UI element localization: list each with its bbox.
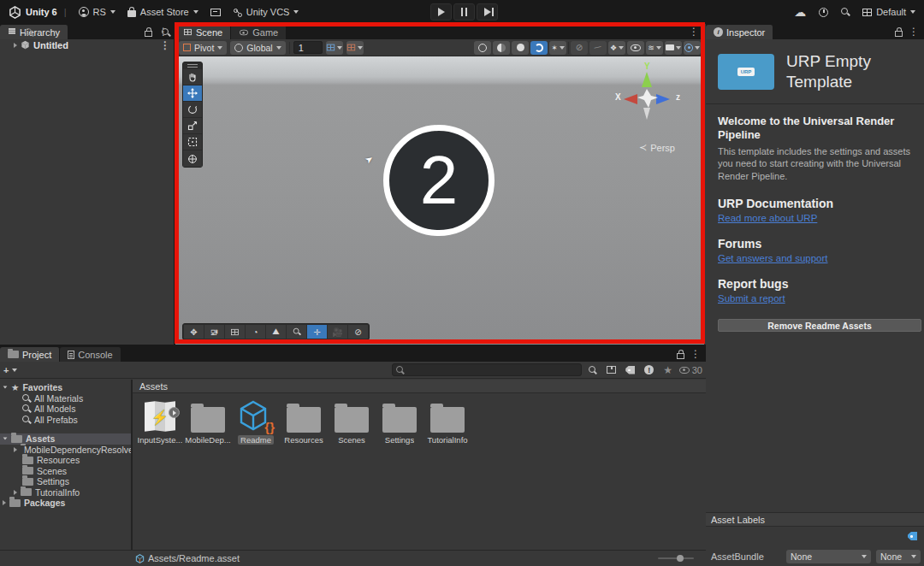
mountain-icon[interactable]: ⛰ [266,325,286,339]
expand-arrow-icon[interactable] [14,43,17,48]
expand-arrow-icon[interactable] [3,386,8,389]
search-by-type-icon[interactable] [162,28,170,37]
expand-arrow-icon[interactable] [3,500,6,505]
chevron-down-icon[interactable] [12,368,17,372]
audio-toggle-button[interactable] [530,41,548,55]
create-asset-button[interactable]: + [3,365,9,375]
tree-settings[interactable]: Settings [0,476,131,487]
move-icon[interactable]: ✥ [184,325,204,339]
rotate-tool-button[interactable] [183,102,202,118]
expand-arrow-icon[interactable] [14,447,17,452]
tree-packages-root[interactable]: Packages [0,498,131,509]
tab-inspector[interactable]: i Inspector [706,25,773,39]
pivot-dropdown[interactable]: Pivot [179,41,227,55]
cloud-icon[interactable]: ☁ [794,5,806,19]
hidden-count-toggle[interactable]: 30 [679,365,702,375]
kebab-menu-icon[interactable]: ⋮ [909,26,919,38]
lock-icon[interactable] [677,353,684,359]
tree-all-materials[interactable]: All Materials [0,393,131,404]
rect-tool-button[interactable] [183,134,202,150]
asset-settings-folder[interactable]: Settings [376,400,424,445]
grid-icon[interactable] [225,325,245,339]
lock-icon[interactable] [895,31,903,37]
unity-vcs-dropdown[interactable]: Unity VCS [233,7,299,17]
archive-button[interactable] [210,9,221,16]
overlay-drag-handle[interactable] [183,62,202,69]
slider-knob[interactable] [677,555,684,562]
remove-readme-assets-button[interactable]: Remove Readme Assets [718,319,921,332]
scale-tool-button[interactable] [183,118,202,134]
asset-inputsystem[interactable]: ⚡ InputSyste... [136,400,184,445]
asset-mobiledep-folder[interactable]: MobileDep... [184,400,232,445]
tree-mobiledependencyresolver[interactable]: MobileDependencyResolver [0,445,131,456]
asset-labels-header[interactable]: Asset Labels [706,512,924,527]
asset-scenes-folder[interactable]: Scenes [328,400,376,445]
tree-all-models[interactable]: All Models [0,404,131,415]
asset-readme-selected[interactable]: {} Readme [232,400,280,445]
account-dropdown[interactable]: RS [79,7,116,17]
kebab-menu-icon[interactable]: ⋮ [160,39,170,51]
lighting-toggle-button[interactable] [512,41,529,55]
effects-dropdown[interactable]: ✶ [549,41,566,55]
display-icon[interactable]: 🖳 [204,325,224,339]
package-icon[interactable] [604,366,619,374]
doc-link[interactable]: Read more about URP [718,213,817,223]
projection-label[interactable]: ≺ Persp [639,142,675,153]
grid-visibility-toggle[interactable]: ∕ [589,41,607,55]
tree-scenes[interactable]: Scenes [0,466,131,477]
2d-toggle-button[interactable] [493,41,510,55]
search-icon[interactable] [841,8,850,16]
search-in-folder-icon[interactable] [585,366,601,374]
move-tool-button[interactable] [183,85,202,102]
tree-tutorialinfo[interactable]: TutorialInfo [0,487,131,498]
warning-icon[interactable]: ! [642,365,657,374]
hand-tool-button[interactable] [183,69,202,85]
expand-arrow-icon[interactable] [3,438,8,440]
orientation-dropdown[interactable]: Global [230,41,285,55]
camera-icon[interactable]: 🎥 [328,325,347,339]
tree-resources[interactable]: Resources [0,455,131,466]
tree-favorites[interactable]: ★ Favorites [0,382,131,393]
asset-store-dropdown[interactable]: Asset Store [127,7,198,17]
camera-dropdown[interactable] [665,41,682,55]
play-button[interactable] [430,3,452,21]
tag-icon[interactable] [623,366,638,374]
pause-button[interactable] [453,3,475,21]
grid-snap-dropdown[interactable] [326,41,343,55]
history-icon[interactable] [819,8,828,17]
layout-dropdown[interactable]: Default [862,7,915,17]
tab-hierarchy[interactable]: Hierarchy [0,25,68,39]
hierarchy-item-untitled[interactable]: Untitled ⋮ [0,38,174,51]
compass-icon[interactable]: ⊘ [348,325,368,339]
tab-project[interactable]: Project [0,347,60,362]
forums-link[interactable]: Get answers and support [718,253,828,263]
gizmos-dropdown[interactable] [684,41,701,55]
crosshair-icon[interactable]: ✛ [307,325,327,339]
kebab-menu-icon[interactable]: ⋮ [690,348,701,360]
star-icon[interactable]: ★ [660,364,676,376]
tab-console[interactable]: Console [60,347,121,362]
magnifier-icon[interactable] [287,325,306,339]
assetbundle-variant-dropdown[interactable]: None [876,550,921,563]
circle-icon[interactable]: ◔ [246,325,265,339]
lock-icon[interactable] [145,31,152,37]
tab-scene[interactable]: Scene [175,25,231,39]
tab-game[interactable]: Game [231,25,287,39]
kebab-menu-icon[interactable]: ⋮ [689,26,699,38]
label-tag-button[interactable] [908,532,917,542]
asset-tutorialinfo-folder[interactable]: TutorialInfo [424,400,471,445]
tree-assets-root[interactable]: Assets [0,433,131,445]
layers-dropdown[interactable]: ≋ [646,41,663,55]
step-button[interactable] [477,3,498,21]
scene-viewport[interactable]: Y X z ≺ Persp 2 ➤ [175,56,704,345]
expand-arrow-icon[interactable] [14,490,17,495]
scene-visibility-toggle[interactable]: ⊘ [571,41,588,55]
snap-increment-dropdown[interactable] [346,41,364,55]
overlays-dropdown[interactable]: ❖ [608,41,625,55]
thumbnail-size-slider[interactable] [658,557,694,559]
transform-tool-button[interactable] [183,150,202,167]
tree-all-prefabs[interactable]: All Prefabs [0,415,131,426]
view-options-button[interactable] [627,41,644,55]
orientation-gizmo[interactable]: Y X z [613,63,680,130]
project-search-input[interactable] [392,363,582,376]
